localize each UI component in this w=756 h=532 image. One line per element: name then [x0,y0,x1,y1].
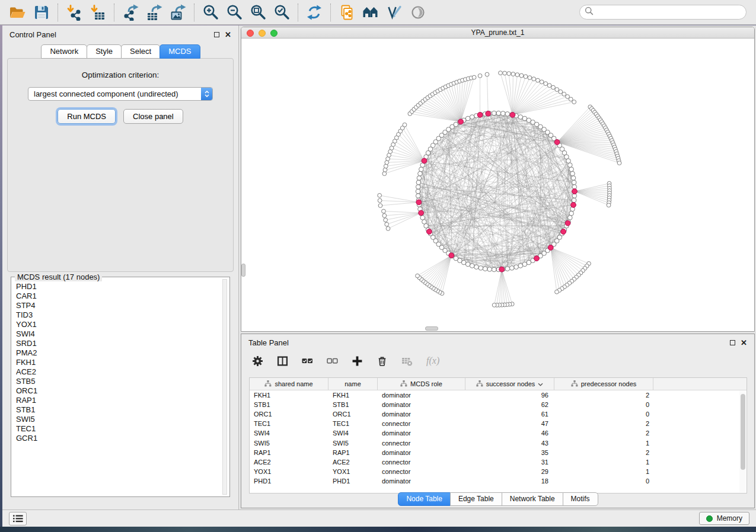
mcds-result-item[interactable]: RAP1 [16,396,218,405]
network-node[interactable] [496,111,501,116]
close-table-panel-icon[interactable]: ✕ [741,340,747,345]
network-node[interactable] [417,176,422,181]
import-table-icon[interactable] [86,2,110,23]
network-node[interactable] [500,111,505,116]
gear-icon[interactable] [252,355,263,367]
table-row[interactable]: PHD1PHD1dominator180 [250,476,747,486]
network-node[interactable] [540,80,544,84]
task-history-button[interactable] [9,512,27,525]
float-table-panel-icon[interactable] [730,340,735,345]
mcds-network-node[interactable] [561,229,566,235]
mcds-network-node[interactable] [571,203,576,208]
open-icon[interactable] [6,2,30,23]
table-scrollbar[interactable] [739,391,746,492]
mcds-network-node[interactable] [534,256,540,261]
zoom-selected-icon[interactable] [270,2,294,23]
network-node[interactable] [378,204,382,208]
network-node[interactable] [505,112,510,117]
select-all-icon[interactable] [302,355,313,367]
export-image-icon[interactable] [166,2,190,23]
network-node[interactable] [383,168,387,172]
network-node[interactable] [470,115,474,120]
mcds-result-item[interactable]: GCR1 [16,434,218,443]
export-network-icon[interactable] [119,2,142,23]
network-node[interactable] [547,84,551,88]
network-node[interactable] [509,266,514,271]
zoom-fit-icon[interactable] [246,2,270,23]
zoom-in-icon[interactable] [199,2,222,23]
table-row[interactable]: SWI4SWI4dominator462 [250,428,747,438]
delete-columns-icon[interactable] [377,355,388,367]
network-node[interactable] [378,193,382,197]
add-column-icon[interactable] [352,355,363,367]
network-node[interactable] [416,180,421,185]
network-graph[interactable] [241,39,754,331]
maximize-window-icon[interactable] [270,30,277,37]
mcds-network-node[interactable] [449,253,454,258]
network-node[interactable] [472,75,476,79]
table-row[interactable]: STB1STB1dominator620 [250,400,747,409]
mcds-result-item[interactable]: CAR1 [16,291,218,301]
network-node[interactable] [478,74,482,78]
network-node[interactable] [566,159,571,164]
column-header-name[interactable]: name [328,378,378,390]
network-node[interactable] [416,274,420,278]
network-node[interactable] [416,194,420,198]
network-node[interactable] [505,267,510,271]
clear-selection-icon[interactable] [327,355,338,367]
network-node[interactable] [416,189,420,194]
network-node[interactable] [403,123,407,127]
network-node[interactable] [571,176,576,181]
vizmapper-icon[interactable] [382,2,406,23]
network-node[interactable] [422,220,427,225]
mcds-network-node[interactable] [548,245,553,251]
network-node[interactable] [384,218,388,222]
mcds-result-item[interactable]: SWI5 [16,415,218,424]
network-node[interactable] [470,264,474,268]
tab-motifs[interactable]: Motifs [563,492,598,506]
network-node[interactable] [419,167,424,172]
export-table-icon[interactable] [142,2,166,23]
network-node[interactable] [568,163,573,168]
mcds-result-item[interactable]: PMA2 [16,348,218,358]
network-node[interactable] [386,226,390,230]
network-node[interactable] [474,265,479,270]
network-node[interactable] [382,209,386,213]
mcds-result-item[interactable]: SRD1 [16,339,218,348]
search-input[interactable] [596,7,746,18]
memory-button[interactable]: Memory [699,512,749,525]
network-node[interactable] [528,76,532,80]
network-node[interactable] [503,71,507,75]
tab-select[interactable]: Select [121,44,160,59]
minimize-window-icon[interactable] [259,30,266,37]
result-scrollbar[interactable] [222,279,227,495]
mcds-result-item[interactable]: SWI4 [16,329,218,339]
zoom-out-icon[interactable] [222,2,246,23]
table-row[interactable]: ORC1ORC1dominator610 [250,409,747,419]
table-row[interactable]: YOX1YOX1connector291 [250,467,747,476]
network-canvas[interactable] [241,39,754,331]
network-node[interactable] [518,115,523,120]
mcds-result-item[interactable]: STB5 [16,377,218,386]
mcds-result-list[interactable]: PHD1CAR1STP4TID3YOX1SWI4SRD1PMA2FKH1ACE2… [16,282,218,494]
tab-node-table[interactable]: Node Table [398,492,451,506]
run-mcds-button[interactable]: Run MCDS [58,109,116,124]
network-node[interactable] [511,72,515,76]
network-node[interactable] [555,290,559,294]
column-header-predecessor-nodes[interactable]: predecessor nodes [554,378,653,390]
network-node[interactable] [569,167,574,172]
mcds-network-node[interactable] [572,189,578,194]
network-node[interactable] [492,111,496,116]
network-node[interactable] [507,72,511,76]
column-header-shared-name[interactable]: shared name [250,378,328,390]
vertical-scroll-grip[interactable] [241,264,245,277]
tab-mcds[interactable]: MCDS [160,44,200,59]
network-node[interactable] [544,82,548,86]
column-header-successor-nodes[interactable]: successor nodes [465,378,554,390]
network-node[interactable] [378,198,382,203]
mcds-network-node[interactable] [458,119,464,124]
network-node[interactable] [570,171,575,176]
table-row[interactable]: ACE2ACE2connector311 [250,457,747,467]
network-node[interactable] [518,264,523,268]
split-columns-icon[interactable] [277,355,288,367]
